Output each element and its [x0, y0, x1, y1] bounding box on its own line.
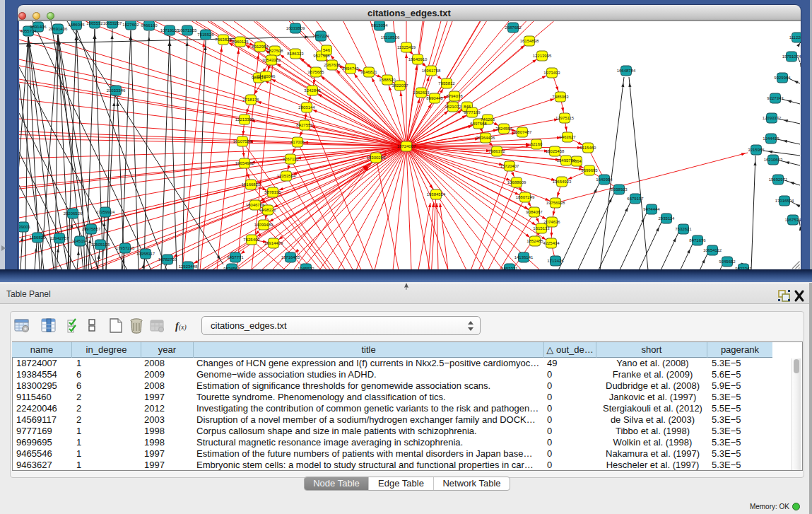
- svg-text:4055724: 4055724: [20, 29, 37, 33]
- svg-text:7632621: 7632621: [675, 227, 692, 231]
- svg-text:12213995: 12213995: [533, 54, 552, 58]
- svg-text:9474444: 9474444: [643, 207, 660, 211]
- svg-text:6497568: 6497568: [470, 122, 487, 126]
- svg-text:5878335: 5878335: [264, 190, 281, 194]
- svg-text:8813054: 8813054: [371, 23, 388, 28]
- svg-text:3675685: 3675685: [307, 70, 324, 74]
- svg-text:10719155: 10719155: [160, 28, 180, 33]
- svg-text:10025458: 10025458: [546, 149, 565, 153]
- svg-text:12505135: 12505135: [91, 243, 110, 247]
- svg-text:417006: 417006: [290, 140, 305, 144]
- svg-text:1065532: 1065532: [86, 21, 103, 25]
- svg-text:20053346: 20053346: [107, 88, 126, 93]
- svg-text:2803144: 2803144: [298, 105, 315, 110]
- svg-text:11325419: 11325419: [397, 45, 416, 49]
- svg-text:16154838: 16154838: [520, 39, 539, 43]
- svg-text:6794078: 6794078: [446, 94, 463, 98]
- svg-text:14099489: 14099489: [254, 223, 273, 227]
- svg-text:16107553: 16107553: [233, 139, 252, 144]
- svg-text:2074636: 2074636: [543, 220, 560, 224]
- svg-text:20364436: 20364436: [476, 136, 495, 140]
- svg-text:9227343: 9227343: [767, 96, 784, 100]
- svg-text:3242845: 3242845: [304, 88, 321, 93]
- svg-text:15751074: 15751074: [782, 54, 801, 59]
- svg-text:16210643: 16210643: [764, 158, 783, 162]
- svg-text:16671355: 16671355: [178, 28, 197, 33]
- svg-text:12923448: 12923448: [179, 264, 198, 269]
- svg-text:10688609: 10688609: [507, 180, 526, 185]
- svg-text:3267110: 3267110: [283, 157, 300, 161]
- svg-text:16914479: 16914479: [264, 241, 283, 245]
- svg-text:19756928: 19756928: [546, 201, 565, 205]
- svg-text:1615133: 1615133: [533, 226, 550, 230]
- svg-text:18640910: 18640910: [408, 57, 428, 62]
- svg-text:17359924: 17359924: [96, 210, 115, 214]
- svg-text:439001: 439001: [19, 225, 31, 229]
- svg-text:19384554: 19384554: [427, 192, 446, 197]
- svg-text:7857224: 7857224: [312, 34, 329, 38]
- svg-text:10653267: 10653267: [103, 21, 122, 25]
- svg-text:7663822: 7663822: [215, 37, 232, 42]
- svg-text:9115460: 9115460: [580, 146, 597, 150]
- svg-text:16046766: 16046766: [246, 203, 265, 207]
- svg-text:1640954: 1640954: [596, 177, 613, 182]
- svg-text:9891406: 9891406: [30, 25, 47, 29]
- svg-text:7485063: 7485063: [552, 95, 569, 99]
- svg-text:9084067: 9084067: [526, 210, 543, 214]
- svg-text:22420046: 22420046: [257, 74, 276, 78]
- svg-text:1713426: 1713426: [547, 259, 564, 263]
- svg-text:7955812: 7955812: [438, 81, 455, 86]
- svg-text:10654112: 10654112: [703, 248, 722, 252]
- svg-text:8960125: 8960125: [232, 40, 249, 44]
- svg-text:546: 546: [323, 48, 331, 52]
- svg-text:1527602: 1527602: [122, 23, 139, 27]
- svg-text:19654923: 19654923: [553, 180, 572, 184]
- svg-text:1244415: 1244415: [763, 136, 779, 141]
- svg-text:(x): (x): [179, 324, 187, 332]
- svg-text:62160: 62160: [531, 142, 543, 146]
- svg-text:12213389: 12213389: [235, 117, 254, 122]
- svg-text:1621072: 1621072: [445, 105, 461, 109]
- svg-text:7986372: 7986372: [488, 149, 505, 153]
- svg-text:18300295: 18300295: [367, 156, 386, 160]
- svg-text:8427552: 8427552: [296, 123, 313, 127]
- svg-text:8990448: 8990448: [426, 96, 443, 100]
- svg-text:10543382: 10543382: [262, 58, 281, 62]
- svg-text:19654982: 19654982: [235, 161, 254, 165]
- svg-text:1112205: 1112205: [789, 35, 801, 40]
- svg-text:12942757: 12942757: [50, 236, 69, 240]
- svg-text:7515526: 7515526: [197, 33, 214, 37]
- svg-text:6679197: 6679197: [627, 197, 644, 201]
- svg-text:9245652: 9245652: [719, 259, 736, 264]
- svg-text:9457771: 9457771: [227, 255, 244, 259]
- svg-text:4225434: 4225434: [543, 241, 560, 245]
- svg-text:1145194: 1145194: [72, 239, 89, 243]
- svg-text:17957225: 17957225: [116, 246, 135, 250]
- svg-text:12353594: 12353594: [277, 174, 296, 178]
- svg-text:9463627: 9463627: [559, 135, 576, 139]
- svg-text:1973493: 1973493: [543, 71, 560, 75]
- svg-text:2935114: 2935114: [659, 216, 676, 221]
- svg-text:9699695: 9699695: [581, 168, 598, 173]
- svg-text:7864: 7864: [572, 159, 582, 163]
- svg-text:20206526: 20206526: [64, 211, 83, 216]
- svg-text:9329966: 9329966: [774, 76, 791, 80]
- svg-text:4498222: 4498222: [259, 208, 276, 212]
- svg-text:20691406: 20691406: [49, 27, 68, 31]
- svg-text:20975857: 20975857: [82, 227, 101, 231]
- svg-text:15720407: 15720407: [500, 164, 519, 168]
- svg-text:9777169: 9777169: [464, 110, 481, 115]
- svg-text:19218506: 19218506: [381, 35, 400, 40]
- svg-text:15692971: 15692971: [769, 177, 788, 182]
- svg-text:16033809: 16033809: [286, 26, 305, 30]
- svg-text:1167534: 1167534: [785, 218, 801, 222]
- svg-text:3824554: 3824554: [495, 127, 512, 131]
- svg-text:18807249: 18807249: [516, 195, 535, 199]
- svg-text:12975115: 12975115: [555, 116, 575, 120]
- svg-text:2367608: 2367608: [324, 63, 341, 67]
- svg-text:3822037: 3822037: [392, 83, 408, 88]
- svg-text:19166825: 19166825: [242, 182, 261, 187]
- svg-text:10807487: 10807487: [513, 130, 532, 134]
- svg-text:10958117: 10958117: [136, 252, 155, 256]
- svg-text:18724007: 18724007: [397, 144, 416, 148]
